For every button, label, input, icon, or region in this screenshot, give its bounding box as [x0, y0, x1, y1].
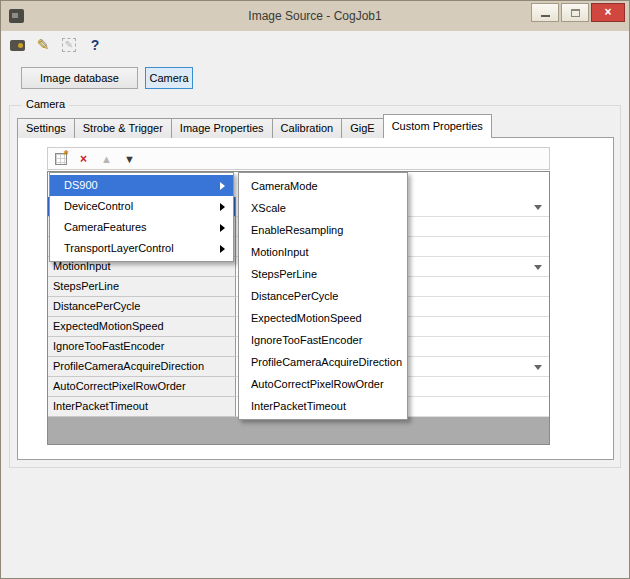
disabled-pen-icon: ✎: [60, 36, 78, 54]
tab-settings[interactable]: Settings: [17, 118, 75, 138]
help-icon[interactable]: ?: [86, 36, 104, 54]
question-mark-icon: ?: [91, 37, 100, 53]
menu-item-devicecontrol[interactable]: DeviceControl: [50, 196, 233, 217]
image-source-window: Image Source - CogJob1 × ✎ ✎ ? Image dat…: [0, 0, 630, 579]
submenu-item[interactable]: StepsPerLine: [239, 263, 407, 285]
camera-group-label: Camera: [22, 98, 69, 110]
ds900-submenu: CameraMode XScale EnableResampling Motio…: [238, 172, 408, 420]
camera-button[interactable]: Camera: [145, 67, 193, 89]
down-arrow-icon: ▼: [124, 153, 135, 165]
move-down-icon[interactable]: ▼: [122, 151, 137, 166]
menu-item-label: DeviceControl: [64, 200, 133, 212]
submenu-item[interactable]: MotionInput: [239, 241, 407, 263]
submenu-arrow-icon: [220, 182, 225, 190]
tab-image-properties[interactable]: Image Properties: [171, 118, 273, 138]
titlebar: Image Source - CogJob1 ×: [1, 1, 629, 31]
pen-icon: ✎: [37, 36, 50, 54]
combo-dropdown-icon[interactable]: [534, 265, 542, 270]
maximize-button[interactable]: [561, 3, 589, 22]
acquire-camera-icon[interactable]: [8, 36, 26, 54]
submenu-item[interactable]: CameraMode: [239, 175, 407, 197]
setup-pen-icon[interactable]: ✎: [34, 36, 52, 54]
minimize-button[interactable]: [531, 3, 559, 22]
property-name-cell[interactable]: ProfileCameraAcquireDirection: [48, 357, 236, 377]
menu-item-ds900[interactable]: DS900: [50, 175, 233, 196]
property-category-context-menu: DS900 DeviceControl CameraFeatures Trans…: [49, 172, 234, 262]
maximize-icon: [571, 9, 580, 17]
delete-x-icon: ×: [80, 152, 87, 166]
menu-item-label: DS900: [64, 179, 98, 191]
main-toolbar: ✎ ✎ ?: [8, 35, 104, 55]
property-name-cell[interactable]: AutoCorrectPixelRowOrder: [48, 377, 236, 397]
add-property-icon[interactable]: [53, 151, 68, 166]
app-icon: [9, 9, 24, 23]
move-up-icon: ▲: [99, 151, 114, 166]
custom-properties-tab-page: × ▲ ▼ CameraMode XScale EnableResampling…: [17, 137, 614, 460]
submenu-item[interactable]: XScale: [239, 197, 407, 219]
submenu-item[interactable]: IgnoreTooFastEncoder: [239, 329, 407, 351]
menu-item-transportlayercontrol[interactable]: TransportLayerControl: [50, 238, 233, 259]
property-name-cell[interactable]: ExpectedMotionSpeed: [48, 317, 236, 337]
combo-dropdown-icon[interactable]: [534, 365, 542, 370]
minimize-icon: [541, 15, 550, 17]
submenu-arrow-icon: [220, 224, 225, 232]
property-name-cell[interactable]: StepsPerLine: [48, 277, 236, 297]
window-controls: ×: [529, 3, 625, 22]
submenu-item[interactable]: AutoCorrectPixelRowOrder: [239, 373, 407, 395]
dashed-box-icon: ✎: [62, 38, 76, 52]
up-arrow-icon: ▲: [101, 153, 112, 165]
submenu-item[interactable]: EnableResampling: [239, 219, 407, 241]
submenu-arrow-icon: [220, 245, 225, 253]
camera-icon: [10, 40, 25, 51]
property-grid-toolbar: × ▲ ▼: [47, 147, 550, 170]
submenu-item[interactable]: ProfileCameraAcquireDirection: [239, 351, 407, 373]
property-name-cell[interactable]: IgnoreTooFastEncoder: [48, 337, 236, 357]
menu-item-label: CameraFeatures: [64, 221, 147, 233]
submenu-item[interactable]: InterPacketTimeout: [239, 395, 407, 417]
camera-tabs: Settings Strobe & Trigger Image Properti…: [17, 114, 492, 138]
new-item-icon: [55, 153, 67, 165]
combo-dropdown-icon[interactable]: [534, 205, 542, 210]
menu-item-camerafeatures[interactable]: CameraFeatures: [50, 217, 233, 238]
tab-strobe-trigger[interactable]: Strobe & Trigger: [74, 118, 172, 138]
image-database-button[interactable]: Image database: [21, 67, 138, 89]
property-name-cell[interactable]: InterPacketTimeout: [48, 397, 236, 417]
tab-gige[interactable]: GigE: [341, 118, 383, 138]
submenu-item[interactable]: ExpectedMotionSpeed: [239, 307, 407, 329]
close-button[interactable]: ×: [591, 3, 625, 22]
submenu-arrow-icon: [220, 203, 225, 211]
tab-calibration[interactable]: Calibration: [272, 118, 343, 138]
submenu-item[interactable]: DistancePerCycle: [239, 285, 407, 307]
property-name-cell[interactable]: DistancePerCycle: [48, 297, 236, 317]
tab-custom-properties[interactable]: Custom Properties: [383, 114, 492, 138]
menu-item-label: TransportLayerControl: [64, 242, 174, 254]
delete-property-icon[interactable]: ×: [76, 151, 91, 166]
